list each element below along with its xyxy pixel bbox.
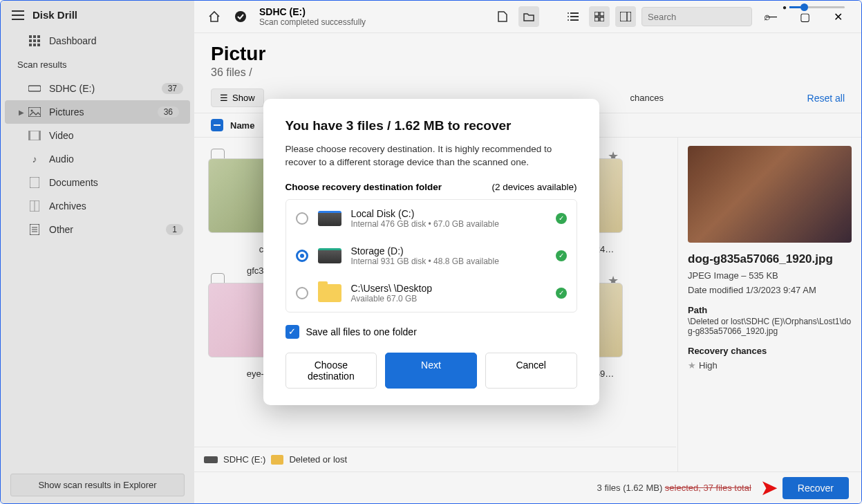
breadcrumb-drive[interactable]: SDHC (E:) bbox=[223, 454, 265, 465]
next-button[interactable]: Next bbox=[385, 353, 477, 389]
sidebar-item-sdhc[interactable]: SDHC (E:) 37 bbox=[1, 77, 194, 100]
grid-view-icon[interactable] bbox=[589, 6, 610, 27]
footer-summary: 3 files (1.62 MB) selected, 37 files tot… bbox=[597, 483, 751, 493]
preview-type-size: JPEG Image – 535 KB bbox=[688, 270, 852, 281]
save-one-folder-option[interactable]: ✓ Save all files to one folder bbox=[285, 325, 577, 339]
sidebar-item-label: Video bbox=[49, 130, 74, 141]
show-in-explorer-button[interactable]: Show scan results in Explorer bbox=[10, 474, 185, 496]
drive-icon bbox=[28, 82, 41, 95]
svg-rect-32 bbox=[600, 17, 604, 21]
chevron-right-icon: ▶ bbox=[19, 109, 24, 116]
minimize-button[interactable]: ― bbox=[758, 6, 785, 27]
checkbox[interactable]: ✓ bbox=[285, 325, 299, 339]
modal-subhead: Choose recovery destination folder (2 de… bbox=[285, 182, 577, 192]
preview-chances-label: Recovery chances bbox=[688, 346, 852, 356]
save-one-label: Save all files to one folder bbox=[306, 326, 417, 337]
disk-icon bbox=[318, 248, 341, 263]
folder-icon[interactable] bbox=[518, 6, 539, 27]
breadcrumb: SDHC (E:) Deleted or lost bbox=[194, 447, 676, 472]
sidebar-item-archives[interactable]: Archives bbox=[1, 194, 194, 218]
file-icon[interactable] bbox=[492, 6, 513, 27]
sidebar-item-documents[interactable]: Documents bbox=[1, 171, 194, 194]
svg-point-26 bbox=[568, 12, 569, 14]
preview-chances: ★High bbox=[688, 360, 852, 371]
svg-point-22 bbox=[235, 11, 246, 22]
drive-icon bbox=[204, 456, 218, 463]
page-subtitle: 36 files / bbox=[211, 66, 845, 79]
svg-rect-5 bbox=[37, 39, 40, 42]
svg-rect-0 bbox=[29, 35, 32, 38]
destination-local-c[interactable]: Local Disk (C:) Internal 476 GB disk • 6… bbox=[286, 200, 577, 237]
dest-title: C:\Users\ \Desktop bbox=[351, 283, 546, 294]
check-circle-icon bbox=[230, 6, 251, 27]
choose-destination-button[interactable]: Choose destination bbox=[285, 353, 377, 389]
sidebar-badge: 36 bbox=[158, 106, 179, 118]
svg-rect-8 bbox=[37, 44, 40, 46]
panel-view-icon[interactable] bbox=[615, 6, 636, 27]
search-input[interactable] bbox=[648, 12, 764, 22]
list-view-icon[interactable] bbox=[563, 6, 583, 27]
document-icon bbox=[28, 176, 41, 189]
col-name[interactable]: Name bbox=[230, 120, 254, 131]
sidebar-item-other[interactable]: Other 1 bbox=[1, 218, 194, 241]
check-icon: ✓ bbox=[556, 288, 567, 299]
breadcrumb-folder[interactable]: Deleted or lost bbox=[289, 454, 347, 465]
dashboard-icon bbox=[28, 35, 41, 47]
radio-button[interactable] bbox=[296, 250, 308, 262]
modal-title: You have 3 files / 1.62 MB to recover bbox=[285, 118, 577, 133]
chances-filter[interactable]: chances bbox=[630, 93, 664, 103]
sliders-icon: ☰ bbox=[220, 93, 228, 103]
audio-icon: ♪ bbox=[28, 153, 41, 165]
sidebar-item-video[interactable]: Video bbox=[1, 124, 194, 147]
menu-icon[interactable] bbox=[12, 10, 24, 20]
search-box[interactable]: ⌕ bbox=[641, 7, 752, 26]
choose-label: Choose recovery destination folder bbox=[285, 182, 442, 192]
page-title: Pictur bbox=[211, 43, 845, 65]
preview-path: \Deleted or lost\SDHC (E)\Orphans\Lost1\… bbox=[688, 317, 852, 336]
picture-icon bbox=[28, 106, 41, 118]
sidebar-header: Disk Drill bbox=[1, 1, 194, 29]
svg-rect-1 bbox=[33, 35, 36, 38]
preview-modified: Date modified 1/3/2023 9:47 AM bbox=[688, 285, 852, 295]
dest-sub: Internal 476 GB disk • 67.0 GB available bbox=[351, 219, 546, 229]
sidebar-item-label: Archives bbox=[49, 200, 86, 212]
cancel-button[interactable]: Cancel bbox=[485, 353, 577, 389]
sidebar-item-dashboard[interactable]: Dashboard bbox=[1, 29, 194, 53]
recover-button[interactable]: Recover bbox=[783, 477, 849, 499]
disk-icon bbox=[318, 211, 341, 226]
preview-path-label: Path bbox=[688, 305, 852, 315]
sidebar-item-label: Audio bbox=[49, 153, 74, 165]
filter-label: Show bbox=[232, 93, 255, 103]
dest-title: Storage (D:) bbox=[351, 245, 546, 256]
check-icon: ✓ bbox=[556, 250, 567, 261]
sidebar-item-audio[interactable]: ♪ Audio bbox=[1, 147, 194, 171]
sidebar-item-pictures[interactable]: ▶ Pictures 36 bbox=[5, 100, 190, 124]
svg-rect-7 bbox=[33, 44, 36, 46]
thumbnail-size-slider[interactable]: ● bbox=[783, 3, 845, 11]
footer: 3 files (1.62 MB) selected, 37 files tot… bbox=[194, 472, 861, 503]
svg-rect-15 bbox=[30, 177, 39, 188]
app-title: Disk Drill bbox=[32, 9, 77, 21]
svg-rect-31 bbox=[594, 17, 599, 21]
sidebar: Disk Drill Dashboard Scan results SDHC (… bbox=[1, 1, 194, 503]
select-all-checkbox[interactable] bbox=[211, 119, 223, 131]
archive-icon bbox=[28, 200, 41, 212]
recovery-destination-modal: You have 3 files / 1.62 MB to recover Pl… bbox=[263, 99, 599, 405]
svg-rect-4 bbox=[33, 39, 36, 42]
dest-sub: Internal 931 GB disk • 48.8 GB available bbox=[351, 256, 546, 266]
sidebar-badge: 37 bbox=[162, 83, 183, 94]
home-icon[interactable] bbox=[204, 6, 225, 27]
radio-button[interactable] bbox=[296, 287, 308, 299]
radio-button[interactable] bbox=[296, 212, 308, 225]
star-icon: ★ bbox=[688, 360, 696, 371]
svg-point-11 bbox=[31, 110, 33, 112]
destination-storage-d[interactable]: Storage (D:) Internal 931 GB disk • 48.8… bbox=[286, 237, 577, 274]
destination-list: Local Disk (C:) Internal 476 GB disk • 6… bbox=[285, 199, 577, 312]
svg-rect-30 bbox=[600, 12, 604, 16]
reset-all-link[interactable]: Reset all bbox=[807, 93, 845, 104]
page-header: Pictur 36 files / bbox=[194, 33, 861, 83]
show-filter-button[interactable]: ☰ Show bbox=[211, 88, 264, 107]
preview-image bbox=[688, 146, 852, 243]
drive-status: Scan completed successfully bbox=[259, 17, 366, 27]
destination-desktop[interactable]: C:\Users\ \Desktop Available 67.0 GB ✓ bbox=[286, 274, 577, 312]
